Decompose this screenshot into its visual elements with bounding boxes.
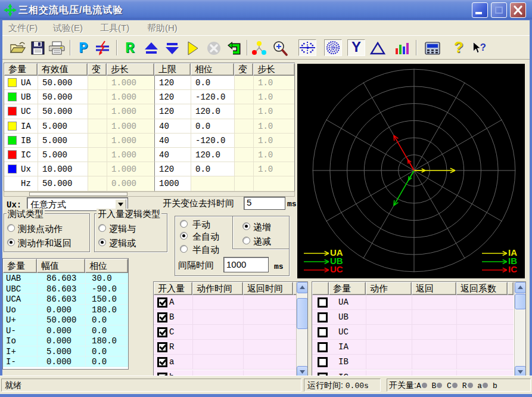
svg-text:?: ? xyxy=(480,42,486,53)
svg-text:UC: UC xyxy=(330,264,343,274)
svg-text:IC: IC xyxy=(508,264,517,274)
